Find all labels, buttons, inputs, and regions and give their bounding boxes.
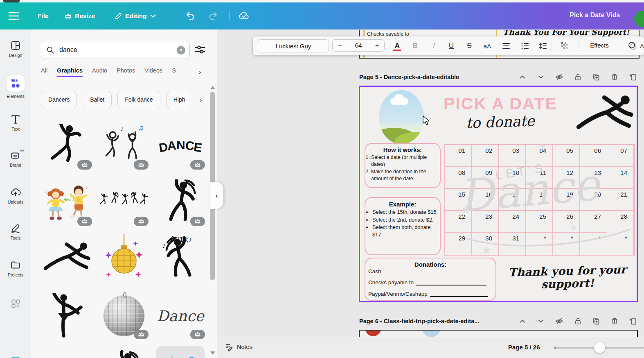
effects-button[interactable]: Effects — [587, 42, 612, 49]
move-page-up-icon[interactable] — [518, 317, 527, 325]
lock-page-icon[interactable] — [574, 317, 582, 325]
sidebar-item-tools[interactable]: Tools — [0, 223, 31, 240]
search-input[interactable] — [59, 46, 177, 54]
sidebar-item-uploads[interactable]: Uploads — [0, 187, 31, 204]
result-tab[interactable]: S — [172, 67, 176, 79]
result-tab[interactable]: Photos — [117, 67, 135, 79]
delete-page-icon[interactable] — [610, 317, 619, 325]
delete-page-icon[interactable] — [610, 73, 619, 81]
page5-canvas[interactable]: PICK A DATE to donate How it works: Sele… — [359, 86, 638, 302]
graphic-silver-disco-ball[interactable] — [97, 289, 151, 342]
line-spacing-button[interactable] — [536, 40, 550, 52]
save-status-button[interactable] — [238, 2, 250, 29]
filter-chip[interactable]: Ballet — [83, 91, 112, 108]
font-family-selector[interactable]: Luckiest Guy — [258, 39, 329, 52]
chips-scroll-right-icon[interactable]: › — [200, 96, 202, 104]
page-indicator[interactable]: Page 5 / 26 — [508, 344, 540, 351]
bold-button[interactable]: B — [408, 40, 422, 52]
move-page-down-icon[interactable] — [537, 73, 545, 81]
filter-chip[interactable]: Folk dance — [117, 91, 160, 108]
hide-page-icon[interactable] — [555, 317, 563, 325]
duplicate-page-icon[interactable] — [592, 317, 600, 325]
sidebar-item-apps[interactable] — [0, 298, 31, 309]
search-clear-button[interactable]: ✕ — [177, 46, 185, 54]
underline-button[interactable]: U — [444, 40, 458, 52]
search-filter-icon[interactable] — [194, 43, 206, 56]
resize-menu[interactable]: Resize — [65, 2, 95, 29]
panel-scroll-up-arrow[interactable] — [210, 86, 215, 89]
graphic-dancer-silhouette[interactable] — [41, 120, 94, 173]
add-page-icon[interactable] — [629, 73, 637, 81]
bullet-list-button[interactable] — [518, 40, 532, 52]
move-page-up-icon[interactable] — [518, 73, 527, 81]
page6-title[interactable]: Page 6 - Class-field-trip-pick-a-date-ed… — [359, 318, 479, 324]
sidebar-item-design[interactable]: Design — [0, 40, 31, 58]
undo-button[interactable] — [185, 2, 196, 29]
text-icon — [10, 114, 21, 125]
animate-button[interactable]: A — [624, 40, 644, 52]
graphic-cartoon-kids-dancing[interactable]: ♪�units;♪ ♪ — [41, 176, 94, 229]
page5-header: Page 5 - Dance-pick-a-date-editable — [359, 72, 638, 84]
graphic-dance-word-art[interactable]: DANCE — [154, 120, 207, 173]
graphic-hip-hop-dancer-silhouette[interactable] — [154, 176, 207, 229]
thank-you-text[interactable]: Thank you for your support! — [500, 263, 635, 292]
lock-page-icon[interactable] — [574, 73, 582, 81]
panel-collapse-handle[interactable]: ‹ — [210, 182, 223, 209]
graphic-gold-disco-ball[interactable] — [97, 233, 151, 286]
italic-button[interactable]: I — [426, 40, 440, 52]
add-page-icon[interactable] — [629, 317, 637, 325]
sidebar-item-projects[interactable]: Projects — [0, 260, 31, 277]
donations-box[interactable]: Donations: Cash Checks payable to Paypal… — [365, 258, 496, 301]
main-menu-button[interactable] — [8, 2, 20, 29]
graphic-dancing-couple-line-art[interactable]: ♪♫ — [97, 120, 151, 173]
filter-chip[interactable]: Hiph — [166, 91, 193, 108]
pick-a-date-title[interactable]: PICK A DATE — [433, 94, 568, 113]
result-tab[interactable]: Videos — [144, 67, 162, 79]
landscape-oval-image[interactable] — [379, 90, 424, 144]
graphic-dance-script-lettering[interactable]: Dance — [154, 289, 207, 342]
file-menu[interactable]: File — [38, 2, 49, 29]
result-tab[interactable]: All — [41, 67, 47, 79]
calendar-cell: 20 — [580, 189, 607, 211]
graphic-dancer-silhouette-2[interactable] — [97, 346, 151, 358]
text-align-button[interactable] — [499, 40, 513, 52]
graphic-bow-line-art[interactable] — [41, 346, 94, 358]
notes-icon — [225, 343, 233, 351]
graphic-party-doodles-blue[interactable]: ♪ — [154, 346, 207, 358]
how-it-works-box[interactable]: How it works: Select a date (or multiple… — [365, 143, 441, 188]
transparency-button[interactable] — [558, 40, 572, 52]
filter-chip[interactable]: Dancers — [41, 91, 77, 108]
page5-title[interactable]: Page 5 - Dance-pick-a-date-editable — [359, 74, 459, 80]
sidebar-item-elements[interactable]: Elements — [0, 75, 31, 99]
graphic-dancer-group-silhouettes[interactable] — [97, 176, 151, 229]
panel-scroll-down-arrow[interactable] — [210, 351, 215, 355]
tabs-scroll-right-icon[interactable]: › — [199, 68, 201, 76]
notes-button[interactable]: Notes — [225, 343, 252, 351]
example-box[interactable]: Example: Select the 15th, donate $15.Sel… — [365, 197, 441, 255]
font-size-decrease[interactable]: − — [338, 42, 342, 49]
strikethrough-button[interactable]: S — [462, 40, 476, 52]
redo-button[interactable] — [208, 2, 218, 29]
dancer-silhouette-graphic[interactable] — [576, 88, 635, 143]
hide-page-icon[interactable] — [555, 73, 563, 81]
account-avatar[interactable] — [634, 11, 644, 27]
result-tab[interactable]: Audio — [92, 67, 107, 79]
font-size-value[interactable]: 64 — [355, 42, 362, 49]
graphic-leaping-dancer-silhouette[interactable] — [41, 233, 94, 286]
sidebar-item-brand[interactable]: co Brand — [0, 150, 31, 168]
calendar-cell: 13 — [580, 167, 607, 189]
move-page-down-icon[interactable] — [537, 317, 545, 325]
graphic-dancer-music-silhouette[interactable]: ♪�718;♪ — [154, 233, 207, 286]
editing-mode-menu[interactable]: Editing — [115, 2, 156, 29]
text-case-button[interactable]: aA — [480, 40, 494, 52]
duplicate-page-icon[interactable] — [592, 73, 600, 81]
to-donate-subtitle[interactable]: to donate — [445, 112, 556, 132]
font-size-increase[interactable]: + — [375, 42, 379, 49]
text-color-button[interactable]: A — [390, 40, 404, 52]
graphic-ballerina-silhouette[interactable] — [41, 289, 94, 342]
result-tab[interactable]: Graphics — [57, 67, 83, 79]
sidebar-item-text[interactable]: Text — [0, 114, 31, 131]
document-title[interactable]: Pick a Date Vids — [570, 11, 620, 19]
search-box[interactable]: ✕ — [41, 41, 190, 59]
zoom-slider-thumb[interactable] — [594, 342, 605, 353]
